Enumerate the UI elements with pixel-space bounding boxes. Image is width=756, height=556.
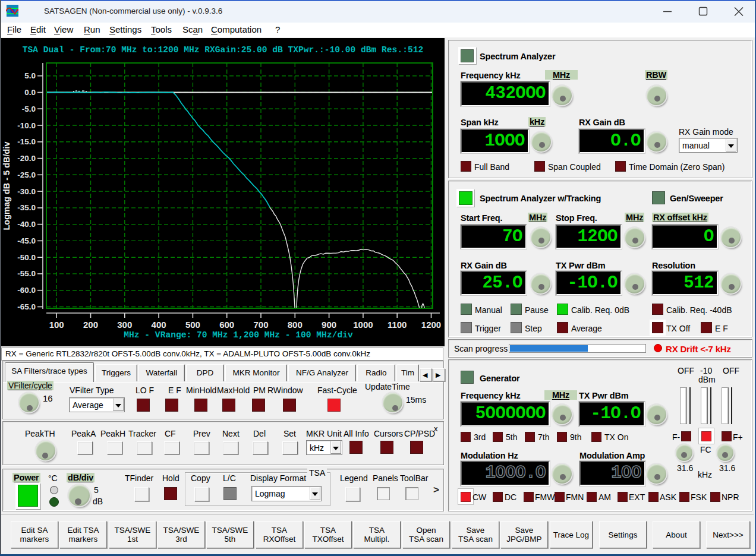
svg-text:-20.0: -20.0: [17, 154, 36, 163]
svg-text:0.0: 0.0: [24, 88, 36, 97]
svg-text:600: 600: [219, 320, 234, 330]
svg-text:1000: 1000: [353, 320, 373, 330]
svg-text:-25.0: -25.0: [17, 170, 36, 179]
svg-text:400: 400: [152, 320, 166, 330]
svg-text:-5.0: -5.0: [22, 105, 36, 113]
svg-text:5.0: 5.0: [24, 71, 36, 80]
svg-text:TSA Dual - From:70 MHz to:1200: TSA Dual - From:70 MHz to:1200 MHz RXGai…: [23, 45, 423, 55]
svg-text:1200: 1200: [421, 320, 441, 330]
svg-text:-30.0: -30.0: [17, 187, 36, 196]
svg-text:MHz - VRange: 70 MHz 1,200 MHz: MHz - VRange: 70 MHz 1,200 MHz - 100 MHz…: [124, 330, 353, 340]
svg-text:500: 500: [185, 320, 200, 330]
svg-text:-60.0: -60.0: [17, 286, 36, 295]
svg-text:-65.0: -65.0: [17, 302, 36, 311]
svg-text:-50.0: -50.0: [17, 253, 36, 262]
svg-text:100: 100: [49, 320, 64, 330]
svg-text:1100: 1100: [388, 320, 407, 330]
svg-text:-45.0: -45.0: [17, 236, 36, 245]
svg-text:Logmag dB - 5 dB/div: Logmag dB - 5 dB/div: [2, 141, 11, 230]
svg-text:200: 200: [83, 320, 98, 330]
svg-text:-40.0: -40.0: [17, 220, 36, 229]
svg-text:-35.0: -35.0: [17, 203, 36, 212]
svg-text:900: 900: [322, 320, 336, 330]
svg-text:-55.0: -55.0: [17, 269, 36, 278]
svg-text:-15.0: -15.0: [17, 137, 36, 146]
svg-text:-10.0: -10.0: [17, 121, 36, 130]
svg-text:700: 700: [253, 320, 268, 330]
svg-text:300: 300: [117, 320, 132, 330]
svg-text:800: 800: [288, 320, 303, 330]
